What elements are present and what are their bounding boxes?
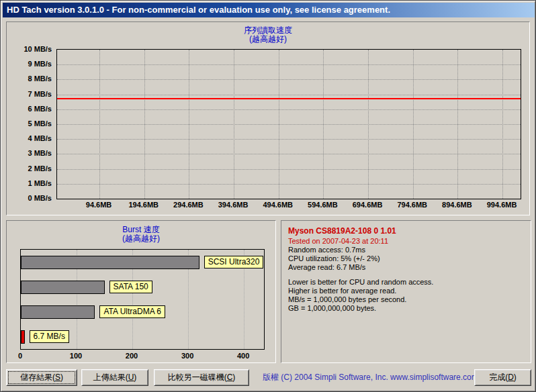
gridline-horizontal bbox=[57, 79, 521, 80]
note-higher-better: Higher is better for average read. bbox=[288, 287, 524, 295]
x-axis-tick-label: 694.6MB bbox=[346, 201, 389, 209]
burst-chart-panel: Burst 速度 (越高越好) SCSI Ultra320SATA 150ATA… bbox=[6, 220, 276, 363]
done-button[interactable]: 完成(D) bbox=[474, 369, 531, 386]
gridline-vertical bbox=[99, 50, 100, 199]
y-axis-tick-label: 1 MB/s bbox=[28, 179, 52, 187]
gridline-horizontal bbox=[57, 124, 521, 125]
title-bar: HD Tach version 3.0.1.0 - For non-commer… bbox=[3, 3, 535, 17]
gridline-vertical bbox=[457, 50, 458, 199]
x-axis-tick-label: 194.6MB bbox=[122, 201, 165, 209]
burst-bar bbox=[21, 330, 25, 344]
x-axis-tick-label: 100 bbox=[66, 352, 86, 360]
test-date: Tested on 2007-04-23 at 20:11 bbox=[288, 236, 524, 246]
read-chart-xlabels: 94.6MB194.6MB294.6MB394.6MB494.6MB594.6M… bbox=[56, 201, 521, 210]
gridline-vertical bbox=[279, 50, 279, 199]
done-button-label: 完成( bbox=[489, 373, 508, 382]
gridline-horizontal bbox=[57, 169, 521, 170]
read-chart-subtitle: (越高越好) bbox=[7, 35, 529, 44]
x-axis-tick-label: 594.6MB bbox=[301, 201, 344, 209]
x-axis-tick-label: 994.6MB bbox=[480, 201, 523, 209]
burst-bar bbox=[21, 281, 105, 294]
burst-bar bbox=[21, 256, 199, 269]
x-axis-tick-label: 300 bbox=[177, 352, 197, 360]
burst-bar-label: SATA 150 bbox=[109, 281, 152, 293]
y-axis-tick-label: 3 MB/s bbox=[28, 149, 52, 157]
x-axis-tick-label: 400 bbox=[233, 352, 253, 360]
burst-bar bbox=[21, 305, 95, 319]
burst-chart-xlabels: 0100200300400 bbox=[20, 352, 265, 360]
x-axis-tick-label: 0 bbox=[10, 352, 30, 360]
y-axis-tick-label: 2 MB/s bbox=[28, 164, 52, 173]
y-axis-tick-label: 5 MB/s bbox=[28, 119, 52, 128]
gridline-vertical bbox=[368, 50, 369, 199]
y-axis-tick-label: 9 MB/s bbox=[28, 60, 52, 68]
read-speed-line bbox=[57, 98, 521, 99]
x-axis-tick-label: 294.6MB bbox=[167, 201, 210, 209]
gridline-horizontal bbox=[57, 95, 521, 95]
y-axis-tick-label: 0 MB/s bbox=[28, 194, 52, 202]
y-axis-tick-label: 7 MB/s bbox=[28, 90, 52, 98]
x-axis-tick-label: 94.6MB bbox=[77, 201, 120, 209]
gridline-horizontal bbox=[57, 139, 521, 140]
compare-button-label-end: ) bbox=[232, 373, 235, 382]
y-axis-tick-label: 6 MB/s bbox=[28, 105, 52, 113]
gridline-vertical bbox=[323, 50, 324, 199]
x-axis-tick-label: 794.6MB bbox=[391, 201, 434, 209]
burst-chart-plot: SCSI Ultra320SATA 150ATA UltraDMA 66.7 M… bbox=[20, 249, 265, 350]
compare-button-label: 比較另一磁碟機( bbox=[168, 373, 227, 382]
read-chart-ylabels: 10 MB/s9 MB/s8 MB/s7 MB/s6 MB/s5 MB/s4 M… bbox=[8, 49, 55, 199]
upload-button-label: 上傳結果( bbox=[93, 373, 128, 382]
save-button-hotkey: S bbox=[55, 373, 60, 382]
burst-chart-subtitle: (越高越好) bbox=[7, 234, 275, 243]
note-lower-better: Lower is better for CPU and random acces… bbox=[288, 278, 524, 287]
gridline-horizontal bbox=[57, 109, 521, 110]
info-panel: Myson CS8819A2-108 0 1.01 Tested on 2007… bbox=[281, 220, 531, 363]
gridline-vertical bbox=[502, 50, 503, 199]
note-gb-definition: GB = 1,000,000,000 bytes. bbox=[288, 304, 524, 313]
gridline-vertical bbox=[189, 50, 189, 199]
device-name: Myson CS8819A2-108 0 1.01 bbox=[288, 226, 524, 236]
y-axis-tick-label: 8 MB/s bbox=[28, 75, 52, 83]
burst-bar-label: SCSI Ultra320 bbox=[204, 256, 264, 268]
gridline-vertical bbox=[144, 50, 145, 199]
burst-bar-label: ATA UltraDMA 6 bbox=[99, 305, 165, 318]
save-button-label: 儲存結果( bbox=[20, 373, 55, 382]
read-chart-plot bbox=[56, 49, 521, 199]
average-read: Average read: 6.7 MB/s bbox=[288, 263, 524, 272]
upload-results-button[interactable]: 上傳結果(U) bbox=[81, 369, 148, 386]
x-axis-tick-label: 200 bbox=[122, 352, 142, 360]
x-axis-tick-label: 394.6MB bbox=[212, 201, 255, 209]
gridline-horizontal bbox=[57, 154, 521, 154]
x-axis-tick-label: 894.6MB bbox=[435, 201, 478, 209]
note-mbs-definition: MB/s = 1,000,000 bytes per second. bbox=[288, 295, 524, 304]
read-chart-panel: 序列讀取速度 (越高越好) 10 MB/s9 MB/s8 MB/s7 MB/s6… bbox=[6, 21, 530, 215]
spacer bbox=[288, 272, 524, 278]
upload-button-label-end: ) bbox=[134, 373, 136, 382]
save-results-button[interactable]: 儲存結果(S) bbox=[6, 369, 77, 386]
burst-bar-label: 6.7 MB/s bbox=[30, 330, 69, 343]
hd-tach-window: HD Tach version 3.0.1.0 - For non-commer… bbox=[0, 0, 536, 392]
copyright-text: 版權 (C) 2004 Simpli Software, Inc. www.si… bbox=[263, 369, 474, 386]
x-axis-tick-label: 494.6MB bbox=[257, 201, 300, 209]
y-axis-tick-label: 10 MB/s bbox=[24, 45, 52, 53]
gridline-vertical bbox=[413, 50, 414, 199]
done-button-hotkey: D bbox=[508, 373, 514, 382]
done-button-label-end: ) bbox=[514, 373, 517, 382]
compare-drive-button[interactable]: 比較另一磁碟機(C) bbox=[154, 369, 249, 386]
cpu-utilization: CPU utilization: 5% (+/- 2%) bbox=[288, 254, 524, 263]
save-button-label-end: ) bbox=[60, 373, 63, 382]
window-title: HD Tach version 3.0.1.0 - For non-commer… bbox=[7, 5, 390, 15]
gridline-vertical bbox=[234, 50, 234, 199]
y-axis-tick-label: 4 MB/s bbox=[28, 134, 52, 142]
gridline-horizontal bbox=[57, 184, 521, 185]
gridline-horizontal bbox=[57, 64, 521, 65]
random-access: Random access: 0.7ms bbox=[288, 246, 524, 254]
